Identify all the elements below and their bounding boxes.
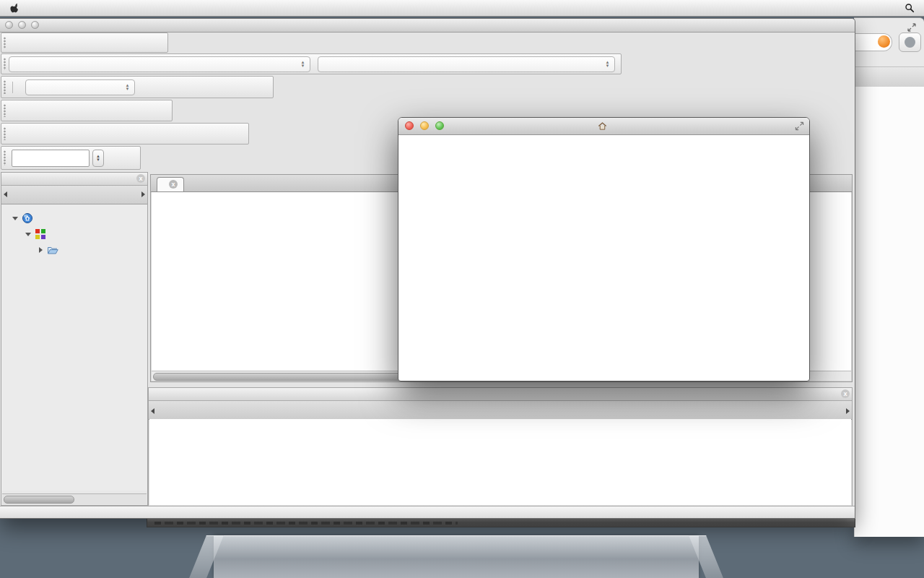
background-search-field[interactable]: [854, 33, 892, 51]
scroll-left-icon[interactable]: [151, 408, 154, 414]
zoom-button[interactable]: [31, 21, 39, 29]
stepper-icon[interactable]: ▲▼: [123, 82, 131, 93]
background-window-body: [854, 87, 924, 537]
stepper-icon[interactable]: ▲▼: [92, 150, 104, 167]
build-toolbar: ▲▼: [1, 76, 274, 98]
symbol-input[interactable]: [12, 150, 90, 167]
close-button[interactable]: [5, 21, 13, 29]
background-window[interactable]: [854, 17, 924, 537]
codeblocks-project-icon: [35, 228, 46, 240]
expander-icon[interactable]: [25, 233, 31, 236]
debug-toolbar: [1, 100, 173, 121]
close-icon[interactable]: x: [169, 180, 178, 189]
terminal-window[interactable]: [398, 117, 810, 381]
terminal-content[interactable]: [399, 135, 808, 380]
window-zoom-icon[interactable]: [907, 22, 917, 33]
combo-box-1[interactable]: ▲▼: [9, 56, 310, 72]
orange-arrow-icon[interactable]: [878, 35, 890, 48]
stepper-icon[interactable]: ▲▼: [299, 59, 307, 70]
compiler-toolbar: ▲▼ ▲▼: [1, 53, 622, 74]
project-tree: [1, 204, 147, 491]
minimize-button[interactable]: [420, 121, 429, 130]
download-arrow-icon: [905, 37, 915, 48]
management-tabs: [1, 186, 147, 204]
terminal-titlebar[interactable]: [398, 118, 809, 135]
menu-bar: [0, 0, 924, 17]
tree-item-sources[interactable]: [1, 242, 147, 258]
file-toolbar: [1, 33, 168, 53]
dock: [214, 535, 699, 578]
symbols-toolbar: ▲▼: [1, 146, 141, 170]
scrollbar-thumb[interactable]: [4, 496, 74, 504]
minimize-button[interactable]: [18, 21, 26, 29]
build-target-select[interactable]: ▲▼: [25, 79, 135, 95]
management-header[interactable]: x: [1, 173, 147, 186]
build-log-output: [149, 419, 851, 505]
management-panel: x: [1, 172, 148, 506]
status-bar: [0, 506, 855, 518]
codeblocks-titlebar[interactable]: [0, 19, 855, 33]
scroll-right-icon[interactable]: [141, 191, 145, 197]
dock-shelf: [214, 535, 699, 578]
logs-panel: x: [148, 387, 853, 506]
folder-icon: [47, 244, 58, 256]
close-button[interactable]: [405, 121, 414, 130]
expander-icon[interactable]: [39, 247, 43, 253]
download-button[interactable]: [899, 33, 921, 52]
scroll-left-icon[interactable]: [4, 191, 7, 197]
truncated-text: [154, 522, 458, 525]
search-toolbar: [1, 123, 249, 144]
combo-box-2[interactable]: ▲▼: [318, 56, 615, 72]
management-hscrollbar[interactable]: [2, 493, 147, 504]
stepper-icon[interactable]: ▲▼: [603, 59, 611, 70]
background-tab-bar: [854, 66, 924, 87]
expander-icon[interactable]: [12, 217, 18, 220]
apple-menu[interactable]: [0, 2, 29, 14]
close-icon[interactable]: x: [136, 174, 145, 183]
tree-item-project[interactable]: [1, 226, 147, 242]
logs-tabbar: [149, 401, 852, 420]
home-icon: [598, 121, 607, 131]
tree-item-workspace[interactable]: [1, 210, 147, 226]
editor-tab-mainc[interactable]: x: [157, 177, 184, 191]
zoom-button[interactable]: [435, 121, 444, 130]
resize-icon[interactable]: [795, 121, 804, 131]
scroll-right-icon[interactable]: [846, 408, 850, 414]
close-icon[interactable]: x: [841, 389, 850, 398]
spotlight-icon[interactable]: [902, 3, 917, 13]
workspace-icon: [22, 212, 33, 224]
logs-header[interactable]: x: [149, 388, 852, 401]
